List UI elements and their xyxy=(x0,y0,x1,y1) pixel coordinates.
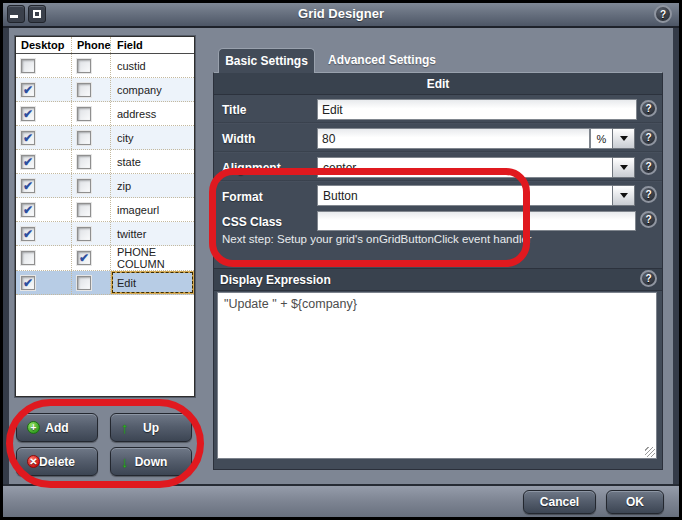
textarea-resize-handle[interactable] xyxy=(645,447,655,457)
width-help-button[interactable]: ? xyxy=(640,129,657,146)
phone-checkbox-cell xyxy=(72,126,111,149)
delete-button[interactable]: ✕ Delete xyxy=(16,447,98,476)
css-class-input[interactable] xyxy=(317,211,636,231)
field-name: zip xyxy=(111,174,194,197)
field-table-row[interactable]: ✔address xyxy=(16,102,194,126)
field-table-row[interactable]: ✔imageurl xyxy=(16,198,194,222)
ok-button[interactable]: OK xyxy=(606,490,664,514)
field-table-row[interactable]: ✔Edit xyxy=(16,271,194,295)
desktop-checkbox-cell: ✔ xyxy=(16,198,72,221)
format-help-button[interactable]: ? xyxy=(640,186,657,203)
field-table-row[interactable]: ✔PHONE COLUMN xyxy=(16,246,194,271)
phone-checkbox[interactable] xyxy=(77,107,91,121)
field-table-rows: custid✔company✔address✔city✔state✔zip✔im… xyxy=(16,54,194,295)
desktop-checkbox[interactable] xyxy=(21,251,35,265)
column-header-phone: Phone xyxy=(72,37,111,53)
tab-basic-settings[interactable]: Basic Settings xyxy=(218,48,315,73)
row-separator xyxy=(214,180,662,182)
desktop-checkbox-cell: ✔ xyxy=(16,126,72,149)
phone-checkbox[interactable] xyxy=(77,276,91,290)
phone-checkbox-cell: ✔ xyxy=(72,246,111,270)
arrow-up-icon: ↑ xyxy=(121,421,129,434)
row-separator xyxy=(214,122,662,124)
title-help-button[interactable]: ? xyxy=(640,100,657,117)
field-name: PHONE COLUMN xyxy=(111,246,194,270)
tab-advanced-settings[interactable]: Advanced Settings xyxy=(322,48,442,72)
field-table-row[interactable]: ✔twitter xyxy=(16,222,194,246)
window-title: Grid Designer xyxy=(3,6,679,21)
format-select[interactable]: Button xyxy=(317,185,613,206)
display-expression-help-button[interactable]: ? xyxy=(640,270,657,287)
phone-checkbox-cell xyxy=(72,54,111,77)
down-button[interactable]: ↓ Down xyxy=(110,447,192,476)
display-expression-label: Display Expression xyxy=(220,273,331,287)
phone-checkbox[interactable] xyxy=(77,59,91,73)
column-header-desktop: Desktop xyxy=(16,37,72,53)
alignment-dropdown-button[interactable] xyxy=(612,157,635,178)
field-name: custid xyxy=(111,54,194,77)
grid-designer-dialog: Grid Designer ? Desktop Phone Field cust… xyxy=(0,0,682,520)
desktop-checkbox[interactable]: ✔ xyxy=(21,107,35,121)
width-input[interactable] xyxy=(317,128,590,149)
desktop-checkbox-cell: ✔ xyxy=(16,222,72,245)
field-name: imageurl xyxy=(111,198,194,221)
title-input[interactable] xyxy=(317,99,637,120)
phone-checkbox[interactable]: ✔ xyxy=(77,251,91,265)
phone-checkbox[interactable] xyxy=(77,203,91,217)
field-table-row[interactable]: ✔state xyxy=(16,150,194,174)
format-label: Format xyxy=(222,190,263,204)
desktop-checkbox-cell: ✔ xyxy=(16,102,72,125)
field-table: Desktop Phone Field custid✔company✔addre… xyxy=(15,36,195,397)
phone-checkbox[interactable] xyxy=(77,131,91,145)
phone-checkbox-cell xyxy=(72,222,111,245)
phone-checkbox[interactable] xyxy=(77,83,91,97)
desktop-checkbox-cell: ✔ xyxy=(16,150,72,173)
field-table-row[interactable]: ✔zip xyxy=(16,174,194,198)
field-table-row[interactable]: custid xyxy=(16,54,194,78)
display-expression-textarea[interactable]: "Update " + ${company} xyxy=(217,292,657,459)
desktop-checkbox[interactable] xyxy=(21,59,35,73)
desktop-checkbox[interactable]: ✔ xyxy=(21,203,35,217)
titlebar-help-button[interactable]: ? xyxy=(654,5,672,23)
chevron-down-icon xyxy=(620,165,628,170)
width-label: Width xyxy=(222,132,255,146)
delete-icon: ✕ xyxy=(27,455,40,468)
left-frame xyxy=(3,28,9,484)
cancel-button[interactable]: Cancel xyxy=(523,490,596,514)
add-icon: + xyxy=(27,421,40,434)
up-button[interactable]: ↑ Up xyxy=(110,413,192,442)
field-table-row[interactable]: ✔company xyxy=(16,78,194,102)
desktop-checkbox[interactable]: ✔ xyxy=(21,227,35,241)
add-button[interactable]: + Add xyxy=(16,413,98,442)
desktop-checkbox[interactable]: ✔ xyxy=(21,276,35,290)
phone-checkbox[interactable] xyxy=(77,179,91,193)
field-name: twitter xyxy=(111,222,194,245)
field-name: company xyxy=(111,78,194,101)
selected-field-header: Edit xyxy=(214,73,662,95)
display-expression-header: Display Expression xyxy=(214,268,662,291)
field-table-row[interactable]: ✔city xyxy=(16,126,194,150)
phone-checkbox-cell xyxy=(72,102,111,125)
desktop-checkbox[interactable]: ✔ xyxy=(21,131,35,145)
next-step-note: Next step: Setup your grid's onGridButto… xyxy=(222,233,532,245)
phone-checkbox-cell xyxy=(72,150,111,173)
phone-checkbox[interactable] xyxy=(77,227,91,241)
phone-checkbox-cell xyxy=(72,198,111,221)
alignment-help-button[interactable]: ? xyxy=(640,158,657,175)
desktop-checkbox[interactable]: ✔ xyxy=(21,179,35,193)
desktop-checkbox[interactable]: ✔ xyxy=(21,155,35,169)
add-button-label: Add xyxy=(45,421,68,435)
width-unit-value: % xyxy=(590,128,613,149)
row-separator xyxy=(214,151,662,153)
phone-checkbox[interactable] xyxy=(77,155,91,169)
delete-button-label: Delete xyxy=(39,455,75,469)
down-button-label: Down xyxy=(135,455,168,469)
desktop-checkbox[interactable]: ✔ xyxy=(21,83,35,97)
width-unit-dropdown-button[interactable] xyxy=(612,128,635,149)
desktop-checkbox-cell: ✔ xyxy=(16,271,72,294)
field-name: Edit xyxy=(111,271,194,294)
alignment-select[interactable]: center xyxy=(317,157,613,178)
css-class-help-button[interactable]: ? xyxy=(640,211,657,228)
chevron-down-icon xyxy=(620,136,628,141)
format-dropdown-button[interactable] xyxy=(612,185,635,206)
